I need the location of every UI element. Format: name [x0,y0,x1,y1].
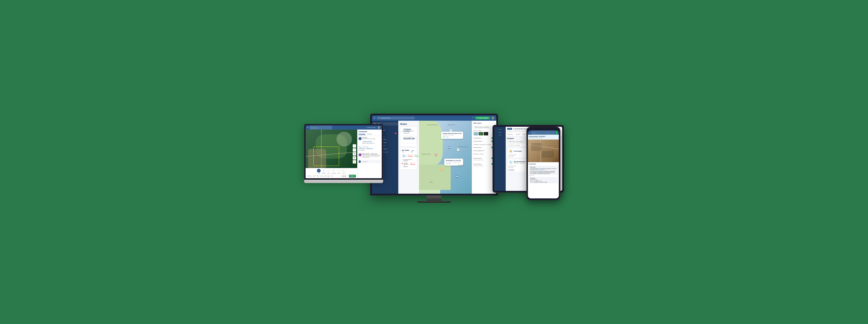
comment-item-1: Please connect with Dwight Young Michell… [359,146,380,152]
view-all-link[interactable]: View all [411,150,415,153]
tool-text[interactable]: T Text [342,169,346,174]
layer-archived-projects: Archived Projects [473,140,495,143]
action-set-length[interactable]: Set Length [324,175,330,177]
phone-extra-value: Always cc to team & field [534,182,547,183]
tab-activities[interactable]: Activities [367,133,372,135]
map-label-vallejo: Vallejo [430,181,433,182]
laptop-map-area: + − ⊕ ☰ 📐 [306,129,357,178]
badge-open: 48 Open [402,154,407,157]
comment-item-0: J Jane Doe also check out this budget. E… [359,137,380,145]
map-label-peak: Milliken Peak [448,124,455,125]
base-layer-thumbs: MAP SAT DARK [473,132,495,136]
laptop-left: ☰ Search here + Create Project [304,124,383,183]
tool-line[interactable]: ╱ Line [317,169,321,174]
comment-avatar-0: J [359,137,362,140]
drawing-toolbar: ╱ Line ⬡ Polygon [306,168,357,178]
tool-rectangle[interactable]: ▭ Rectangle [332,169,336,174]
phone-comment-1: Proforma David Holmes Date Done 2020-10-… [529,177,558,183]
monitor-search-placeholder: Search here [381,117,390,119]
phone-create-btn[interactable] [556,130,558,135]
tool-polygon[interactable]: ⬡ Polygon [322,169,326,174]
tool-zoom-in[interactable]: + [353,144,356,148]
selection-outline [313,147,339,166]
tablet-nav-projects[interactable]: Projects [494,131,506,134]
phone-comment-bubble-0: Site notes During inspection I found tha… [529,166,558,175]
comment-body-2: Megan Hunter - 5 hours ago I will review… [362,153,380,158]
badge-progress: 1 In Progress [414,154,419,157]
task-text-0: All reclamation in progress [404,159,415,161]
thumb-satellite[interactable]: SAT [478,132,483,136]
save-button[interactable]: Save [349,175,356,177]
cancel-button[interactable]: Cancel [340,175,348,177]
tool-zoom-out[interactable]: − [353,148,356,152]
monitor-screen-wrapper: ☰ 🔍 Search here ⚑ + Create Project [370,114,498,196]
comment-input[interactable] [361,160,380,163]
phone-comment-subtext-0: Your need to be reported immediately, pl… [530,171,557,174]
action-redo[interactable]: Redo [317,175,319,177]
map-popup-facility[interactable]: Facility Removal Project 15-25 38.03035 … [441,131,463,139]
tab-details[interactable]: Details [514,133,521,136]
map-land-1 [419,121,443,165]
layer-project-drawing: Project Drawing [473,146,495,149]
draw-tools: ╱ Line ⬡ Polygon [307,169,356,174]
comment-body-1: Please connect with Dwight Young Michell… [359,146,380,151]
monitor-map: 21 13 8 Facility Removal Project 15-25 3… [419,121,472,194]
laptop-create-btn[interactable]: + Create Project [366,127,376,128]
phone-project-header: Environmental - ESA-5612 Site approval y… [528,135,559,140]
thumb-map[interactable]: MAP [473,132,478,136]
map-background: 21 13 8 Facility Removal Project 15-25 3… [419,121,472,194]
monitor-topbar: ☰ 🔍 Search here ⚑ + Create Project [372,115,496,121]
thumb-dark[interactable]: DARK [484,132,488,136]
budget-fiscal-status: Fiscal year [519,162,525,164]
task-badges: 48 Open 7 Overdue 1 In Progress [402,154,415,157]
filter-type[interactable]: Filter by type - Active budgets [507,141,525,143]
action-hold[interactable]: Hold [331,175,333,177]
comment-text-0: also check out this budget. [362,138,380,139]
comment-tag-0: Earthworks $4,000.00 [362,141,373,142]
tool-measure[interactable]: 📐 [353,160,356,164]
tablet-sidebar: Home Projects Tasks [494,127,506,191]
phone-right: ☰ Search... Environmental - ESA-5612 Sit… [526,127,560,200]
phone-comment-0: Site notes During inspection I found tha… [529,166,558,176]
monitor-stand [427,196,442,201]
map-pin-blue-1[interactable] [447,146,451,149]
phone-extra-label: Mention [530,182,534,183]
monitor-create-project-btn[interactable]: + Create Project [475,117,490,119]
comment-text-2: I will review and confirm the process fo… [362,154,380,158]
layer-survey-shapefile: Survey Shapefile 3-11 [473,149,495,152]
tasks-section: My Tasks 45 View all 48 Open 7 Overdue 1… [400,148,417,170]
monitor-search-box[interactable]: 🔍 Search here [377,117,414,119]
action-add-lines[interactable]: Add lines [307,175,312,177]
laptop-search[interactable]: Search here [310,125,332,129]
tab-summary[interactable]: Summary [506,133,514,136]
pinned-layers-title: PINNED LAYERS [473,153,495,155]
monitor-base [417,201,451,203]
laptop-content: + − ⊕ ☰ 📐 [306,129,382,178]
portfolio-section: ● Company Portfolio 978 projects [400,126,417,147]
tablet-nav-tasks[interactable]: Tasks [494,134,506,136]
phone-map-area [528,140,559,162]
popup-reclamation-address: 502 Bane St., Chabot Terrace [446,161,462,163]
comments-title: Comments [359,131,380,132]
pinned-layer-0: Project Drawing All Demo Facility 32 Tab [473,155,495,161]
tool-layers[interactable]: ☰ [353,156,356,159]
tool-point[interactable]: • Point [337,169,341,174]
draw-actions: Add lines Undo Redo Style Set Length Hol… [307,175,356,177]
tool-compass[interactable]: ⊕ [353,152,356,155]
tablet-nav-home[interactable]: Home [494,128,506,131]
drawing-tools-overlay: + − ⊕ ☰ 📐 [353,144,356,164]
action-undo[interactable]: Undo [313,175,315,177]
tool-circle[interactable]: ○ Circle [327,169,331,174]
phone-screen: ☰ Search... Environmental - ESA-5612 Sit… [528,130,559,198]
task-item-0: All reclamation in progress [402,158,415,162]
tab-comments[interactable]: Comments [359,133,365,135]
map-badge-13: 13 [457,148,460,151]
phone-assignee-label: David Holmes [530,179,537,180]
comments-tabs: Comments Activities [359,133,380,136]
phone-comment-meta-0: 2020-10-26 [529,175,558,176]
layer-search-input[interactable] [473,126,495,128]
action-style[interactable]: Style [320,175,323,177]
phone-comment-mention-0: Here to fill in all 4 [536,169,545,170]
map-pin-blue-2[interactable] [455,175,459,178]
monitor-content: 🏠 Home 📁 My Projects 👁 Watch Projects [372,121,496,194]
